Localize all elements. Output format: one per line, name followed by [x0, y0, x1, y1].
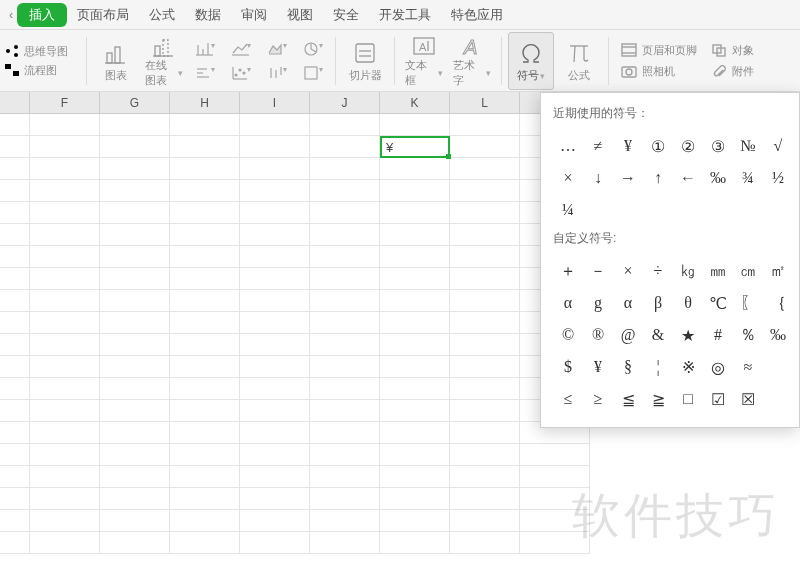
- grid-cell[interactable]: [30, 400, 100, 422]
- grid-cell[interactable]: [240, 400, 310, 422]
- tab-layout[interactable]: 页面布局: [67, 2, 139, 28]
- symbol-item[interactable]: ¥: [583, 351, 613, 383]
- symbol-item[interactable]: ↓: [583, 162, 613, 194]
- symbol-item[interactable]: @: [613, 319, 643, 351]
- grid-cell[interactable]: [30, 378, 100, 400]
- grid-cell[interactable]: [380, 510, 450, 532]
- grid-cell[interactable]: [240, 246, 310, 268]
- grid-cell[interactable]: [170, 400, 240, 422]
- symbol-item[interactable]: －: [583, 255, 613, 287]
- symbol-item[interactable]: ｛: [763, 287, 793, 319]
- grid-cell[interactable]: [380, 224, 450, 246]
- line-chart-icon[interactable]: ▾: [231, 41, 251, 57]
- grid-cell[interactable]: [170, 268, 240, 290]
- symbol-item[interactable]: ㎡: [763, 255, 793, 287]
- grid-cell[interactable]: [100, 400, 170, 422]
- stock-chart-icon[interactable]: ▾: [267, 65, 287, 81]
- grid-cell[interactable]: [310, 400, 380, 422]
- grid-cell[interactable]: [380, 466, 450, 488]
- grid-cell[interactable]: [30, 180, 100, 202]
- symbol-item[interactable]: α: [553, 287, 583, 319]
- tab-special[interactable]: 特色应用: [441, 2, 513, 28]
- symbol-item[interactable]: ÷: [643, 255, 673, 287]
- grid-cell[interactable]: [170, 334, 240, 356]
- grid-cell[interactable]: [170, 158, 240, 180]
- grid-cell[interactable]: [30, 136, 100, 158]
- symbol-item[interactable]: #: [703, 319, 733, 351]
- grid-cell[interactable]: [0, 444, 30, 466]
- grid-cell[interactable]: [0, 136, 30, 158]
- symbol-item[interactable]: ☑: [703, 383, 733, 415]
- symbol-item[interactable]: [763, 383, 793, 415]
- grid-cell[interactable]: [0, 114, 30, 136]
- grid-cell[interactable]: [380, 158, 450, 180]
- grid-cell[interactable]: [100, 422, 170, 444]
- symbol-item[interactable]: ◎: [703, 351, 733, 383]
- symbol-item[interactable]: ≠: [583, 130, 613, 162]
- grid-cell[interactable]: [170, 510, 240, 532]
- grid-cell[interactable]: [0, 246, 30, 268]
- grid-cell[interactable]: [450, 290, 520, 312]
- chart-button[interactable]: 图表: [93, 32, 139, 90]
- grid-cell[interactable]: [30, 356, 100, 378]
- grid-cell[interactable]: [380, 290, 450, 312]
- grid-cell[interactable]: [240, 136, 310, 158]
- tab-security[interactable]: 安全: [323, 2, 369, 28]
- grid-cell[interactable]: [30, 114, 100, 136]
- symbol-item[interactable]: □: [673, 383, 703, 415]
- grid-cell[interactable]: [100, 334, 170, 356]
- grid-row[interactable]: [0, 488, 800, 510]
- symbol-item[interactable]: θ: [673, 287, 703, 319]
- grid-cell[interactable]: [100, 356, 170, 378]
- grid-cell[interactable]: [310, 224, 380, 246]
- symbol-item[interactable]: ㎝: [733, 255, 763, 287]
- symbol-item[interactable]: ≥: [583, 383, 613, 415]
- symbol-item[interactable]: ←: [673, 162, 703, 194]
- grid-row[interactable]: [0, 532, 800, 554]
- grid-row[interactable]: [0, 444, 800, 466]
- grid-cell[interactable]: [0, 400, 30, 422]
- symbol-item[interactable]: ㎏: [673, 255, 703, 287]
- symbol-item[interactable]: ＋: [553, 255, 583, 287]
- grid-cell[interactable]: [310, 488, 380, 510]
- flowchart-button[interactable]: 流程图: [4, 63, 80, 78]
- grid-cell[interactable]: [450, 180, 520, 202]
- tab-prev-arrow[interactable]: ‹: [5, 7, 17, 22]
- grid-cell[interactable]: [310, 532, 380, 554]
- col-header-J[interactable]: J: [310, 92, 380, 113]
- symbol-item[interactable]: α: [613, 287, 643, 319]
- grid-cell[interactable]: [520, 466, 590, 488]
- grid-cell[interactable]: [100, 444, 170, 466]
- symbol-item[interactable]: [763, 351, 793, 383]
- grid-cell[interactable]: [0, 290, 30, 312]
- symbol-item[interactable]: √: [763, 130, 793, 162]
- slicer-button[interactable]: 切片器: [342, 32, 388, 90]
- grid-cell[interactable]: [310, 422, 380, 444]
- grid-cell[interactable]: [380, 180, 450, 202]
- grid-cell[interactable]: [240, 378, 310, 400]
- grid-cell[interactable]: [310, 356, 380, 378]
- grid-cell[interactable]: [450, 356, 520, 378]
- grid-cell[interactable]: [0, 466, 30, 488]
- grid-cell[interactable]: [240, 224, 310, 246]
- tab-insert[interactable]: 插入: [17, 3, 67, 27]
- symbol-item[interactable]: ≦: [613, 383, 643, 415]
- grid-cell[interactable]: [310, 158, 380, 180]
- grid-cell[interactable]: [450, 422, 520, 444]
- symbol-button[interactable]: 符号▾: [508, 32, 554, 90]
- grid-cell[interactable]: [100, 378, 170, 400]
- col-header-K[interactable]: K: [380, 92, 450, 113]
- grid-cell[interactable]: [520, 444, 590, 466]
- symbol-item[interactable]: ②: [673, 130, 703, 162]
- symbol-item[interactable]: →: [613, 162, 643, 194]
- grid-cell[interactable]: [30, 290, 100, 312]
- grid-cell[interactable]: [30, 422, 100, 444]
- grid-cell[interactable]: [520, 532, 590, 554]
- grid-cell[interactable]: [100, 312, 170, 334]
- pie-chart-icon[interactable]: ▾: [303, 41, 323, 57]
- grid-cell[interactable]: [310, 334, 380, 356]
- header-footer-button[interactable]: 页眉和页脚: [621, 43, 697, 58]
- grid-cell[interactable]: [100, 180, 170, 202]
- tab-data[interactable]: 数据: [185, 2, 231, 28]
- grid-cell[interactable]: [0, 488, 30, 510]
